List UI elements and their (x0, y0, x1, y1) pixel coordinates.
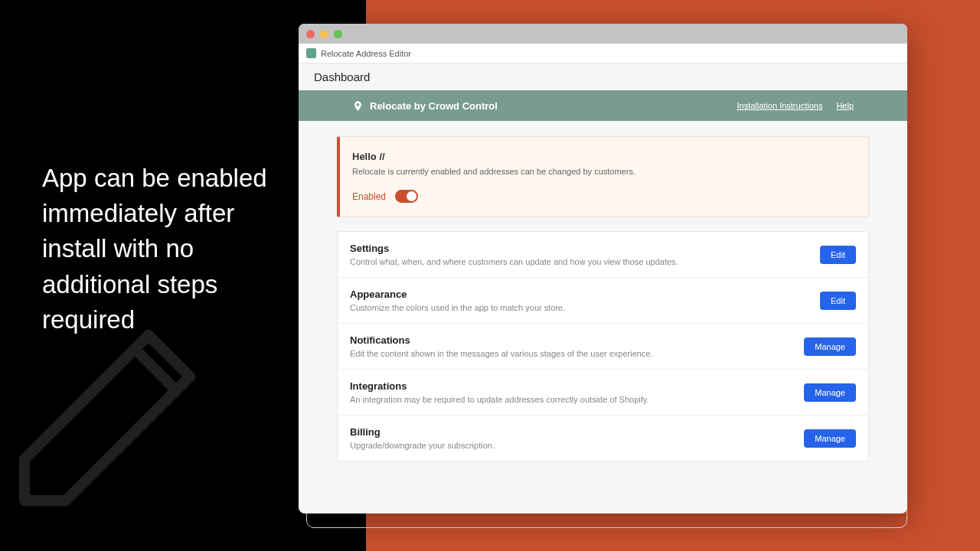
appearance-edit-button[interactable]: Edit (820, 292, 856, 310)
enabled-toggle[interactable] (395, 190, 418, 203)
settings-edit-button[interactable]: Edit (820, 246, 856, 264)
section-title: Appearance (350, 289, 820, 300)
page-header: Dashboard (299, 64, 907, 90)
section-integrations: Integrations An integration may be requi… (338, 370, 868, 416)
section-notifications: Notifications Edit the content shown in … (338, 324, 868, 370)
app-toolbar: Relocate Address Editor (299, 44, 907, 64)
section-desc: Customize the colors used in the app to … (350, 303, 820, 312)
app-logo-icon (306, 48, 316, 58)
notifications-manage-button[interactable]: Manage (804, 337, 856, 356)
section-title: Integrations (350, 380, 804, 392)
minimize-icon[interactable] (320, 30, 328, 38)
brand-bar: Relocate by Crowd Control Installation I… (299, 90, 907, 121)
section-desc: Control what, when, and where customers … (350, 257, 820, 266)
section-title: Notifications (350, 334, 804, 346)
installation-instructions-link[interactable]: Installation Instructions (737, 101, 822, 110)
app-window: Relocate Address Editor Dashboard Reloca… (299, 24, 907, 514)
promo-headline: App can be enabled immediately after ins… (42, 161, 302, 337)
section-appearance: Appearance Customize the colors used in … (338, 278, 868, 324)
status-card: Hello // Relocate is currently enabled a… (337, 136, 869, 217)
section-settings: Settings Control what, when, and where c… (338, 232, 868, 278)
status-description: Relocate is currently enabled and addres… (352, 167, 854, 176)
section-desc: Edit the content shown in the messages a… (350, 349, 804, 358)
section-billing: Billing Upgrade/downgrade your subscript… (338, 416, 868, 461)
close-icon[interactable] (306, 30, 315, 38)
window-titlebar (299, 24, 907, 44)
help-link[interactable]: Help (836, 101, 854, 110)
status-greeting: Hello // (352, 151, 854, 162)
section-title: Settings (350, 243, 820, 254)
brand-title: Relocate by Crowd Control (370, 100, 498, 112)
page-title: Dashboard (314, 70, 370, 83)
dashboard-content: Hello // Relocate is currently enabled a… (299, 121, 907, 477)
settings-card: Settings Control what, when, and where c… (337, 231, 869, 461)
enabled-label: Enabled (352, 191, 386, 202)
billing-manage-button[interactable]: Manage (804, 429, 856, 448)
section-desc: An integration may be required to update… (350, 395, 804, 404)
section-title: Billing (350, 426, 804, 438)
integrations-manage-button[interactable]: Manage (804, 383, 856, 402)
relocate-pin-icon (352, 100, 364, 112)
maximize-icon[interactable] (334, 30, 342, 38)
app-name-label: Relocate Address Editor (321, 49, 411, 58)
section-desc: Upgrade/downgrade your subscription. (350, 441, 804, 450)
